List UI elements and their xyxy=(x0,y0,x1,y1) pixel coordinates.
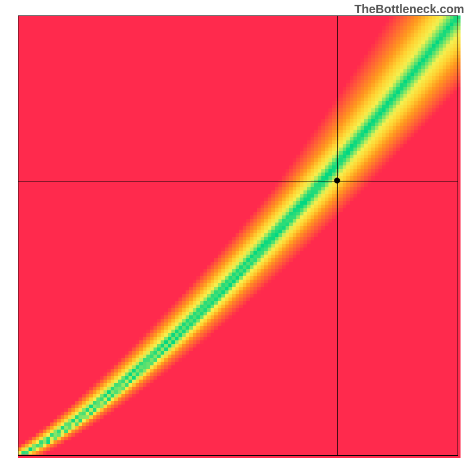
heatmap-chart xyxy=(0,0,476,476)
heatmap-canvas xyxy=(0,0,476,476)
attribution-text: TheBottleneck.com xyxy=(355,2,464,16)
